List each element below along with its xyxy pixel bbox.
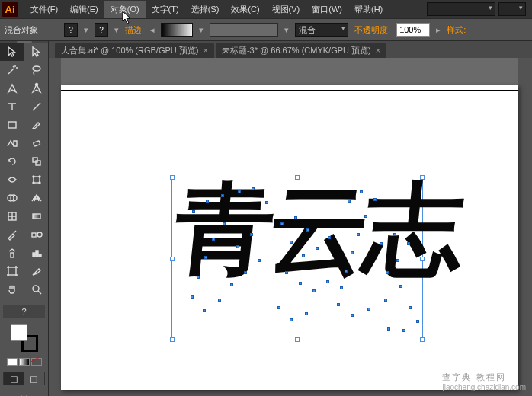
tab-label: 未标题-3* @ 66.67% (CMYK/GPU 预览) <box>222 45 371 56</box>
opacity-label[interactable]: 不透明度: <box>354 24 390 36</box>
svg-rect-2 <box>8 122 16 128</box>
menu-effect[interactable]: 效果(C) <box>225 1 265 18</box>
style-label[interactable]: 样式: <box>447 24 466 36</box>
mesh-tool[interactable] <box>0 207 24 225</box>
stroke-swatch-box[interactable]: ? <box>95 23 108 37</box>
free-transform-tool[interactable] <box>24 171 49 189</box>
stroke-weight[interactable] <box>161 23 193 37</box>
resize-handle-nw[interactable] <box>170 175 175 180</box>
calligraphy-art[interactable]: 青云志 <box>170 180 464 279</box>
menu-object[interactable]: 对象(O) <box>104 1 146 18</box>
zoom-tool[interactable] <box>24 280 49 299</box>
svg-point-8 <box>39 176 40 177</box>
opacity-input[interactable] <box>396 23 430 37</box>
tab-label: 大合集.ai* @ 100% (RGB/GPU 预览) <box>61 45 198 56</box>
perspective-grid-tool[interactable] <box>24 189 49 207</box>
rectangle-tool[interactable] <box>0 116 24 134</box>
gradient-tool[interactable] <box>24 207 49 225</box>
close-icon[interactable]: × <box>376 46 380 55</box>
workspace-dropdown[interactable] <box>427 2 495 16</box>
watermark-text: 查字典 教程网 <box>442 372 505 382</box>
svg-point-1 <box>36 84 38 86</box>
full-screen[interactable]: ◻ <box>24 372 45 385</box>
svg-point-22 <box>33 286 39 292</box>
svg-rect-14 <box>33 214 40 219</box>
column-graph-tool[interactable] <box>24 244 49 262</box>
pen-tool[interactable] <box>0 79 24 97</box>
blend-mode-dropdown[interactable]: 混合 <box>295 23 348 37</box>
menu-help[interactable]: 帮助(H) <box>348 1 389 18</box>
normal-screen[interactable]: ◻ <box>4 372 24 385</box>
shaper-tool[interactable] <box>0 134 24 152</box>
pasteboard <box>61 58 518 85</box>
artboard-tool[interactable] <box>0 262 24 280</box>
fill-stroke-control[interactable] <box>11 324 38 352</box>
shape-builder-tool[interactable] <box>0 189 24 207</box>
menu-bar: Ai 文件(F) 编辑(E) 对象(O) 文字(T) 选择(S) 效果(C) 视… <box>0 0 532 18</box>
svg-rect-21 <box>8 267 16 275</box>
paintbrush-tool[interactable] <box>24 116 49 134</box>
resize-handle-s[interactable] <box>295 337 300 342</box>
watermark: 查字典 教程网 jiaocheng.chazidian.com <box>442 369 526 391</box>
resize-handle-se[interactable] <box>420 337 425 342</box>
close-icon[interactable]: × <box>203 46 207 55</box>
menu-view[interactable]: 视图(V) <box>266 1 306 18</box>
resize-handle-sw[interactable] <box>170 337 175 342</box>
line-tool[interactable] <box>24 97 49 116</box>
options-bar: 混合对象 ? ▾ ? ▾ 描边: ◂ ▾ ▾ 混合 不透明度: ▸ 样式: <box>0 18 532 41</box>
fill-swatch[interactable] <box>11 324 27 341</box>
lasso-tool[interactable] <box>24 61 49 79</box>
svg-point-16 <box>37 232 42 237</box>
screen-mode[interactable]: ◻ ◻ <box>3 372 45 385</box>
hand-tool[interactable] <box>0 280 24 299</box>
scale-tool[interactable] <box>24 152 49 171</box>
doc-tab-2[interactable]: 未标题-3* @ 66.67% (CMYK/GPU 预览)× <box>216 43 386 58</box>
svg-rect-20 <box>39 254 41 257</box>
fill-swatch[interactable]: ? <box>64 23 78 37</box>
canvas-area: 青云志 <box>49 58 532 396</box>
svg-point-9 <box>33 182 34 184</box>
doc-tab-1[interactable]: 大合集.ai* @ 100% (RGB/GPU 预览)× <box>55 43 214 58</box>
more-tools-icon[interactable]: ⋯ <box>3 388 45 396</box>
app-logo: Ai <box>2 2 18 17</box>
blend-object-label: 混合对象 <box>5 24 38 36</box>
width-tool[interactable] <box>0 171 24 189</box>
selection-tool[interactable] <box>0 43 24 61</box>
none-mode[interactable] <box>31 358 42 366</box>
stroke-label[interactable]: 描边: <box>125 24 144 36</box>
svg-point-0 <box>33 66 40 71</box>
question-icon: ? <box>69 26 73 34</box>
menu-select[interactable]: 选择(S) <box>185 1 226 18</box>
gradient-mode[interactable] <box>19 358 30 366</box>
brush-def[interactable] <box>210 23 278 37</box>
toolbox: ? ◻ ◻ ⋯ <box>0 41 49 396</box>
slice-tool[interactable] <box>24 262 49 280</box>
question-icon: ? <box>21 307 26 316</box>
type-tool[interactable] <box>0 97 24 116</box>
artboard[interactable]: 青云志 <box>61 85 518 390</box>
watermark-url: jiaocheng.chazidian.com <box>442 383 526 391</box>
blend-tool[interactable] <box>24 225 49 244</box>
help-button[interactable]: ? <box>3 305 45 318</box>
svg-rect-15 <box>32 233 36 237</box>
curvature-tool[interactable] <box>24 79 49 97</box>
svg-rect-3 <box>34 141 40 146</box>
svg-point-10 <box>39 182 40 184</box>
symbol-sprayer-tool[interactable] <box>0 244 24 262</box>
magic-wand-tool[interactable] <box>0 61 24 79</box>
svg-rect-18 <box>33 253 35 257</box>
menu-file[interactable]: 文件(F) <box>24 1 64 18</box>
svg-rect-5 <box>36 161 40 165</box>
svg-rect-19 <box>36 251 38 257</box>
menu-edit[interactable]: 编辑(E) <box>64 1 104 18</box>
eraser-tool[interactable] <box>24 134 49 152</box>
menu-window[interactable]: 窗口(W) <box>306 1 348 18</box>
direct-selection-tool[interactable] <box>24 43 49 61</box>
question-icon: ? <box>99 26 104 34</box>
search-dropdown[interactable] <box>498 2 526 16</box>
svg-rect-17 <box>11 253 14 257</box>
color-mode[interactable] <box>7 358 18 366</box>
eyedropper-tool[interactable] <box>0 225 24 244</box>
rotate-tool[interactable] <box>0 152 24 171</box>
menu-type[interactable]: 文字(T) <box>146 1 185 18</box>
